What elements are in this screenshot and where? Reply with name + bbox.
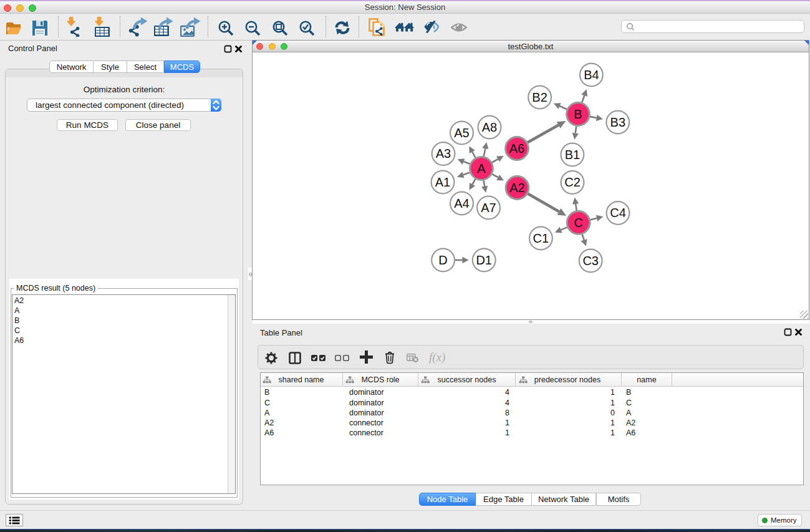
svg-text:D1: D1 xyxy=(476,253,492,267)
svg-text:C2: C2 xyxy=(564,175,581,189)
svg-text:C4: C4 xyxy=(610,206,626,220)
svg-text:A2: A2 xyxy=(509,181,524,195)
svg-text:A4: A4 xyxy=(454,196,469,210)
svg-text:B4: B4 xyxy=(584,68,599,82)
svg-text:A: A xyxy=(477,162,486,175)
svg-text:A1: A1 xyxy=(435,175,450,189)
svg-text:D: D xyxy=(438,253,447,267)
svg-text:C3: C3 xyxy=(582,254,599,268)
svg-text:B2: B2 xyxy=(532,90,547,104)
svg-text:C: C xyxy=(574,216,582,230)
svg-text:A8: A8 xyxy=(482,120,497,134)
svg-text:A6: A6 xyxy=(509,142,524,155)
svg-text:A5: A5 xyxy=(454,126,469,140)
svg-text:A3: A3 xyxy=(436,147,451,160)
svg-text:A7: A7 xyxy=(481,201,496,215)
svg-text:B3: B3 xyxy=(610,115,625,129)
svg-text:B: B xyxy=(574,107,582,121)
svg-text:B1: B1 xyxy=(565,148,580,162)
svg-text:C1: C1 xyxy=(533,231,549,245)
